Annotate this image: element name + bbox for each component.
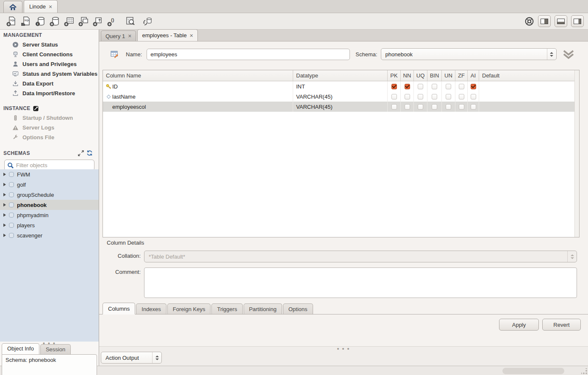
refresh-schemas-icon[interactable] [86, 150, 93, 156]
expander-icon[interactable] [3, 213, 6, 217]
schema-row-fwm[interactable]: FWM [0, 169, 99, 179]
collation-select[interactable]: *Table Default* [144, 251, 577, 262]
tab-employees-table[interactable]: employees - Table × [137, 29, 197, 41]
tab-object-info[interactable]: Object Info [2, 343, 39, 354]
schema-row-groupschedule[interactable]: groupSchedule [0, 190, 99, 200]
subtab-triggers[interactable]: Triggers [211, 303, 242, 314]
comment-textarea[interactable] [144, 267, 577, 298]
sidebar-item-server-logs[interactable]: Server Logs [0, 123, 99, 132]
zf-checkbox[interactable] [459, 104, 464, 110]
bin-checkbox[interactable] [432, 84, 437, 89]
new-function-icon[interactable]: () [105, 14, 119, 28]
sidebar-item-client-connections[interactable]: Client Connections [0, 50, 99, 59]
sidebar-item-system-variables[interactable]: Status and System Variables [0, 69, 99, 79]
column-row-id[interactable]: ID INT [103, 81, 579, 91]
un-checkbox[interactable] [446, 84, 451, 89]
schema-row-phonebook[interactable]: phonebook [0, 200, 99, 210]
uq-checkbox[interactable] [418, 104, 423, 110]
column-row-employeescol[interactable]: employeescol VARCHAR(45) [103, 102, 579, 112]
spinner-icon[interactable] [152, 352, 161, 363]
uq-checkbox[interactable] [418, 84, 423, 89]
column-row-lastname[interactable]: lastName VARCHAR(45) [103, 91, 579, 102]
home-tab[interactable] [3, 1, 22, 13]
output-selector[interactable]: Action Output [101, 352, 162, 364]
expander-icon[interactable] [3, 223, 6, 227]
schema-icon [8, 182, 14, 188]
table-name-input[interactable] [147, 49, 350, 60]
toggle-left-panel-icon[interactable] [538, 15, 551, 27]
sidebar-item-server-status[interactable]: Server Status [0, 40, 99, 50]
schema-label: Schema: [355, 51, 377, 58]
uq-checkbox[interactable] [418, 94, 423, 99]
tab-query-1[interactable]: Query 1 × [101, 30, 136, 41]
bin-checkbox[interactable] [432, 104, 437, 110]
nn-checkbox[interactable] [405, 94, 410, 99]
ai-checkbox[interactable] [471, 94, 476, 99]
schema-row-players[interactable]: players [0, 220, 99, 230]
help-icon[interactable] [524, 17, 534, 26]
schema-filter-input[interactable] [16, 162, 92, 168]
subtab-foreign-keys[interactable]: Foreign Keys [167, 303, 211, 314]
server-info-icon[interactable]: i [33, 14, 47, 28]
options-file-icon [12, 134, 19, 141]
un-checkbox[interactable] [446, 94, 451, 99]
open-sql-script-icon[interactable]: SQL [19, 14, 33, 28]
new-procedure-icon[interactable] [91, 14, 105, 28]
new-connection-icon[interactable] [47, 14, 62, 28]
expand-header-chevron-icon[interactable] [562, 49, 575, 60]
subtab-partitioning[interactable]: Partitioning [244, 303, 282, 314]
nn-checkbox[interactable] [405, 84, 410, 89]
window-tabstrip: Linode × [0, 0, 588, 13]
pk-checkbox[interactable] [391, 84, 397, 89]
tab-session[interactable]: Session [40, 344, 71, 354]
sync-database-icon[interactable] [140, 14, 154, 28]
expander-icon[interactable] [3, 234, 6, 237]
sidebar-item-data-export[interactable]: Data Export [0, 79, 99, 88]
pk-checkbox[interactable] [391, 94, 397, 99]
nn-checkbox[interactable] [405, 104, 410, 110]
schema-row-scavenger[interactable]: scavenger [0, 230, 99, 240]
expander-icon[interactable] [3, 203, 6, 207]
sidebar-item-options-file[interactable]: Options File [0, 132, 99, 142]
search-icon [7, 162, 14, 169]
expander-icon[interactable] [3, 183, 6, 186]
sidebar-item-startup-shutdown[interactable]: Startup / Shutdown [0, 113, 99, 123]
subtab-columns[interactable]: Columns [103, 303, 135, 314]
sidebar: MANAGEMENT Server Status Client Connecti… [0, 30, 99, 366]
ai-checkbox[interactable] [471, 84, 476, 89]
subtab-options[interactable]: Options [283, 303, 313, 314]
spinner-icon[interactable] [547, 49, 556, 60]
table-inspector-icon[interactable] [123, 14, 137, 28]
new-sql-tab-icon[interactable]: SQL [4, 14, 19, 28]
close-icon[interactable]: × [128, 33, 131, 39]
new-view-icon[interactable] [76, 14, 91, 28]
schema-tree: FWM golf groupSchedule phonebook phpmyad… [0, 169, 99, 342]
subtab-indexes[interactable]: Indexes [136, 303, 166, 314]
revert-button[interactable]: Revert [542, 319, 581, 331]
new-table-icon[interactable] [62, 14, 76, 28]
expand-schemas-icon[interactable] [78, 150, 84, 156]
zf-checkbox[interactable] [459, 84, 464, 89]
toggle-bottom-panel-icon[interactable] [555, 15, 567, 27]
toggle-right-panel-icon[interactable] [571, 15, 584, 27]
apply-button[interactable]: Apply [499, 319, 539, 331]
ai-checkbox[interactable] [471, 104, 476, 110]
zf-checkbox[interactable] [459, 94, 464, 99]
sidebar-item-data-import[interactable]: Data Import/Restore [0, 88, 99, 98]
close-icon[interactable]: × [49, 4, 52, 10]
output-splitter[interactable]: ● ● ● [99, 346, 588, 350]
grid-scrollbar[interactable] [574, 70, 579, 237]
schema-row-golf[interactable]: golf [0, 179, 99, 190]
sidebar-item-users-privileges[interactable]: Users and Privileges [0, 59, 99, 69]
resize-grip-icon[interactable] [581, 368, 587, 374]
bin-checkbox[interactable] [432, 94, 437, 99]
schema-row-phpmyadmin[interactable]: phpmyadmin [0, 210, 99, 220]
schema-select[interactable]: phonebook [381, 48, 557, 60]
close-icon[interactable]: × [190, 32, 193, 39]
pk-checkbox[interactable] [391, 104, 397, 110]
expander-icon[interactable] [3, 193, 6, 196]
connection-tab[interactable]: Linode × [24, 0, 58, 13]
un-checkbox[interactable] [446, 104, 451, 110]
expander-icon[interactable] [3, 173, 6, 176]
column-diamond-icon [105, 95, 112, 98]
